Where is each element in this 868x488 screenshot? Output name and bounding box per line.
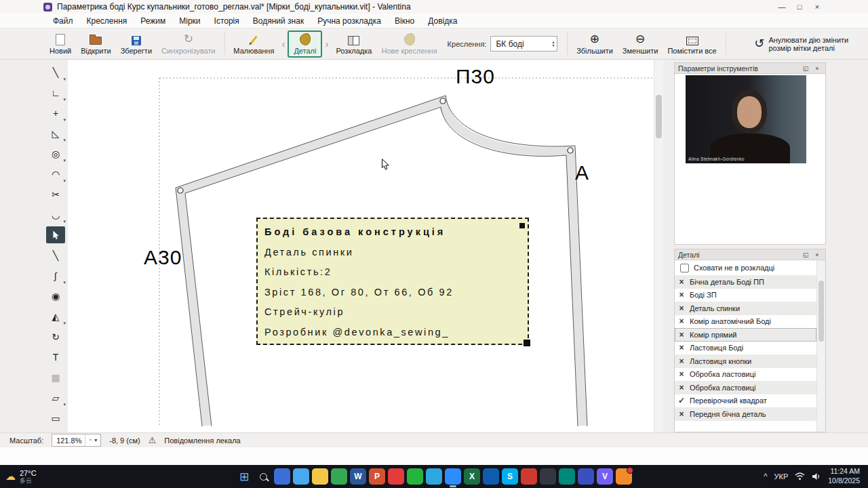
taskbar-app-12[interactable] xyxy=(483,468,499,485)
insert-image-tool[interactable]: ▦ xyxy=(46,369,65,386)
dropdown-arrow-icon[interactable]: ▾ xyxy=(63,219,66,224)
in-layout-check-icon[interactable]: ✓ xyxy=(678,396,685,405)
menu-item-4[interactable]: Мірки xyxy=(172,15,207,27)
spin-up-icon[interactable]: ^ xyxy=(89,437,92,443)
detail-row[interactable]: ×Боді ЗП xyxy=(675,289,816,302)
point-label-a[interactable]: А xyxy=(575,161,589,184)
scissors-tool[interactable]: ✂ xyxy=(46,186,65,203)
close-panel-icon[interactable]: × xyxy=(812,250,822,259)
taskbar-app-18[interactable]: V xyxy=(597,468,613,485)
menu-item-6[interactable]: Водяний знак xyxy=(246,15,311,27)
hidden-icons-chevron[interactable]: ^ xyxy=(764,472,768,481)
hide-not-in-layout-option[interactable]: Сховати не в розкладці xyxy=(675,260,825,275)
search-button[interactable] xyxy=(255,468,271,485)
undo-button[interactable]: ↺ Анулювати дію змінити розмір мітки дет… xyxy=(749,36,868,52)
taskbar-app-1[interactable] xyxy=(274,468,290,485)
triangle-tool[interactable]: ◺▾ xyxy=(46,125,65,142)
not-in-layout-x-icon[interactable]: × xyxy=(678,304,685,313)
not-in-layout-x-icon[interactable]: × xyxy=(678,369,685,379)
group-tool[interactable]: ◉ xyxy=(46,287,65,304)
not-in-layout-x-icon[interactable]: × xyxy=(678,409,685,419)
pointer-tool[interactable] xyxy=(46,226,65,243)
pattern-messages-link[interactable]: Повідомлення лекала xyxy=(164,436,240,445)
menu-item-9[interactable]: Довідка xyxy=(421,15,464,27)
move-point-tool[interactable]: +▾ xyxy=(46,104,65,121)
menu-item-1[interactable]: Файл xyxy=(46,15,80,27)
taskbar-app-13[interactable]: S xyxy=(502,468,518,485)
perpendicular-point-tool[interactable]: ∟▾ xyxy=(46,84,65,101)
weather-widget[interactable]: ☁ 27°C 多云 xyxy=(5,469,37,485)
mode-forward-icon[interactable]: › xyxy=(322,38,331,49)
dropdown-arrow-icon[interactable]: ▾ xyxy=(63,138,66,142)
point-intersect-tool[interactable]: ◎▾ xyxy=(46,145,65,162)
close-button[interactable]: × xyxy=(808,0,826,14)
detail-row[interactable]: ×Комір прямий xyxy=(675,328,816,342)
dropdown-arrow-icon[interactable]: ▾ xyxy=(63,280,66,285)
not-in-layout-x-icon[interactable]: × xyxy=(678,343,685,352)
language-indicator[interactable]: УКР xyxy=(774,472,789,481)
dropdown-arrow-icon[interactable]: ▾ xyxy=(63,321,66,325)
detail-row[interactable]: ×Комір анатомічний Боді xyxy=(675,315,816,329)
wifi-icon[interactable] xyxy=(795,472,805,481)
curve-tool[interactable]: ◠▾ xyxy=(46,165,65,182)
arc-tool[interactable]: ◡▾ xyxy=(46,206,65,223)
union-tool[interactable]: ▱▾ xyxy=(46,389,65,406)
taskbar-app-11[interactable]: X xyxy=(464,468,480,485)
detail-row[interactable]: ×Ластовиця кнопки xyxy=(675,354,816,368)
start-button[interactable]: ⊞ xyxy=(236,468,252,485)
close-panel-icon[interactable]: × xyxy=(812,64,822,73)
dropdown-arrow-icon[interactable]: ▾ xyxy=(63,117,66,122)
detail-row[interactable]: ×Ластовиця Боді xyxy=(675,342,816,355)
taskbar-app-9[interactable] xyxy=(426,468,442,485)
float-panel-icon[interactable]: ◱ xyxy=(801,250,810,259)
draw-mode-button[interactable]: Малювання xyxy=(229,30,279,58)
dropdown-arrow-icon[interactable]: ▾ xyxy=(63,402,66,407)
details-vertical-scrollbar[interactable] xyxy=(816,260,825,432)
scale-spinbox[interactable]: 121.8% ^ ▾ xyxy=(52,434,101,447)
export-tool[interactable]: ▭ xyxy=(46,409,65,426)
dropdown-arrow-icon[interactable]: ▾ xyxy=(63,77,66,81)
taskbar-app-5[interactable]: W xyxy=(350,468,366,485)
fit-all-button[interactable]: Помістити все xyxy=(663,30,721,58)
taskbar-app-17[interactable] xyxy=(578,468,594,485)
layout-mode-button[interactable]: Розкладка xyxy=(331,30,376,58)
dropdown-arrow-icon[interactable]: ▾ xyxy=(63,97,66,102)
detail-row[interactable]: ✓Перевірочний квадрат xyxy=(675,394,816,408)
detail-row[interactable]: ×Обробка ластовиці xyxy=(675,368,816,382)
true-darts-tool[interactable]: T xyxy=(46,348,65,365)
resize-handle-icon[interactable] xyxy=(519,223,525,228)
zoom-in-button[interactable]: ⊕ Збільшити xyxy=(572,30,618,58)
canvas-vertical-scrollbar[interactable] xyxy=(654,60,663,432)
taskbar-app-14[interactable] xyxy=(521,468,537,485)
resize-handle-icon[interactable] xyxy=(524,340,530,346)
detail-row[interactable]: ×Бічна деталь Боді ПП xyxy=(675,275,816,289)
taskbar-app-7[interactable] xyxy=(388,468,404,485)
taskbar-app-19[interactable] xyxy=(616,468,632,485)
zoom-out-button[interactable]: ⊖ Зменшити xyxy=(618,30,663,58)
detail-row[interactable]: ×Передня бічна деталь xyxy=(675,407,816,421)
menu-item-5[interactable]: Історія xyxy=(208,15,246,27)
new-button[interactable]: Новий xyxy=(45,30,76,58)
minimize-button[interactable]: — xyxy=(773,0,791,14)
spin-down-icon[interactable]: ▾ xyxy=(94,437,97,443)
taskbar-app-6[interactable]: P xyxy=(369,468,385,485)
volume-icon[interactable] xyxy=(812,472,821,481)
open-button[interactable]: Відкрити xyxy=(76,30,115,58)
dropdown-arrow-icon[interactable]: ▾ xyxy=(63,178,66,183)
menu-item-2[interactable]: Креслення xyxy=(80,15,134,27)
scrollbar-thumb[interactable] xyxy=(818,281,824,342)
not-in-layout-x-icon[interactable]: × xyxy=(678,277,685,287)
pattern-select[interactable]: БК боді ▴▾ xyxy=(490,36,557,52)
point-label-a30[interactable]: А30 xyxy=(144,246,182,269)
not-in-layout-x-icon[interactable]: × xyxy=(678,317,685,326)
save-button[interactable]: Зберегти xyxy=(116,30,157,58)
pattern-info-label[interactable]: Боді базова конструкція Деталь спинкиКіл… xyxy=(256,218,529,345)
clock[interactable]: 11:24 AM 10/8/2025 xyxy=(828,467,860,485)
mirror-tool[interactable]: ◭▾ xyxy=(46,308,65,325)
taskbar-app-16[interactable] xyxy=(559,468,575,485)
point-label-p30[interactable]: П30 xyxy=(456,65,495,88)
drawing-canvas[interactable]: П30 А А30 Боді базова конструкція Деталь… xyxy=(68,60,663,432)
scrollbar-thumb[interactable] xyxy=(656,95,662,138)
not-in-layout-x-icon[interactable]: × xyxy=(678,357,685,366)
taskbar-app-4[interactable] xyxy=(331,468,347,485)
